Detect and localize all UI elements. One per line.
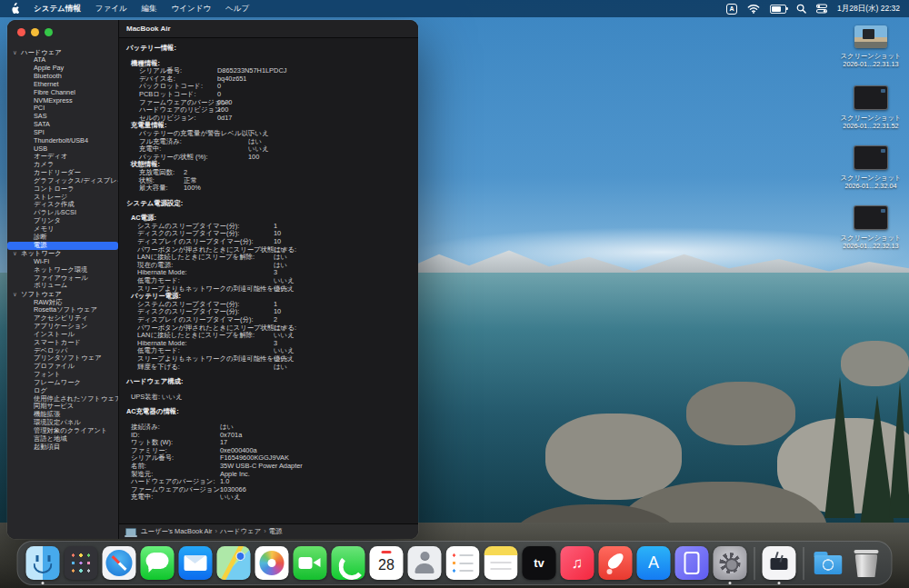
menu-edit[interactable]: 編集	[142, 4, 157, 15]
breadcrumb-segment[interactable]: 電源	[269, 527, 283, 535]
photos-icon	[255, 546, 289, 580]
sidebar-section-header[interactable]: ∨ネットワーク	[7, 250, 118, 258]
system-information-window: ∨ハードウェアATAApple PayBluetoothEthernetFibr…	[7, 20, 418, 539]
dock-icon-sysinfo[interactable]	[763, 546, 796, 580]
info-value: いいえ	[220, 493, 241, 502]
sidebar-item--[interactable]: 起動項目	[7, 443, 118, 452]
sidebar-item--[interactable]: プリンタ	[7, 217, 118, 225]
window-title: MacBook Air	[126, 25, 171, 33]
dock-icon-appstore[interactable]: A	[637, 546, 671, 580]
sidebar-section-header[interactable]: ∨ハードウェア	[7, 48, 118, 56]
info-value: 100	[248, 154, 259, 162]
battery-icon[interactable]	[770, 5, 786, 14]
sidebar-item--[interactable]: フレームワーク	[7, 379, 118, 387]
menu-app-name[interactable]: システム情報	[34, 4, 81, 15]
desktop-icon-label: スクリーンショット	[834, 114, 907, 122]
sidebar-item--[interactable]: 言語と地域	[7, 435, 118, 443]
sidebar-item-sata[interactable]: SATA	[7, 121, 118, 129]
chevron-down-icon: ∨	[13, 291, 18, 298]
wallpaper-rock	[545, 414, 682, 500]
sidebar-item--[interactable]: プロファイル	[7, 363, 118, 371]
window-controls	[7, 20, 118, 45]
safari-icon	[103, 546, 136, 580]
screenshot-thumbnail	[854, 205, 888, 230]
sidebar-item-thunderbolt-usb4[interactable]: Thunderbolt/USB4	[7, 137, 118, 145]
screenshot-thumbnail	[854, 145, 888, 170]
sidebar-item--[interactable]: 診断	[7, 234, 118, 242]
facetime-icon	[294, 546, 327, 580]
messages-icon	[141, 546, 175, 580]
sidebar-category-list: ∨ハードウェアATAApple PayBluetoothEthernetFibr…	[7, 45, 118, 452]
sidebar-item--[interactable]: 同期サービス	[7, 403, 118, 411]
dock-icon-launchpad[interactable]	[65, 546, 98, 580]
dock-icon-mail[interactable]	[179, 546, 213, 580]
dock-icon-downloads[interactable]	[812, 546, 845, 580]
desktop-icon-screenshot[interactable]: スクリーンショット2026-01...22.32.13	[834, 205, 907, 265]
window-title-bar[interactable]: MacBook Air	[119, 20, 418, 38]
sidebar-item-apple-pay[interactable]: Apple Pay	[7, 65, 118, 73]
dock-icon-facetime[interactable]	[294, 546, 327, 580]
dock-icon-finder[interactable]	[26, 546, 60, 580]
input-source-icon[interactable]: A	[726, 4, 737, 15]
dock-icon-calendar[interactable]: 28	[370, 546, 404, 580]
dock-icon-trash[interactable]	[850, 546, 884, 580]
info-row: ファームウェアのバージョン:1030066	[126, 486, 413, 494]
desktop-icon-screenshot[interactable]: スクリーンショット2026-01...22.31.52	[834, 85, 907, 145]
dock-icon-notes[interactable]	[484, 546, 518, 580]
menu-help[interactable]: ヘルプ	[225, 4, 249, 15]
dock-icon-iphone-mirroring[interactable]	[675, 546, 709, 580]
dock-icon-messages[interactable]	[141, 546, 175, 580]
apple-menu-icon[interactable]	[9, 3, 19, 15]
dock-icon-reminders[interactable]	[446, 546, 480, 580]
dock-icon-music[interactable]: ♫	[561, 546, 594, 580]
breadcrumb: ユーザー's MacBook Air›ハードウェア›電源	[141, 527, 283, 536]
dock-icon-tv[interactable]: tv	[523, 546, 556, 580]
sidebar-item--[interactable]: オーディオ	[7, 153, 118, 161]
sidebar-item-sas[interactable]: SAS	[7, 113, 118, 121]
breadcrumb-segment[interactable]: ハードウェア	[220, 527, 261, 535]
sidebar-item-nvmexpress[interactable]: NVMExpress	[7, 97, 118, 105]
close-button[interactable]	[17, 28, 25, 36]
sidebar: ∨ハードウェアATAApple PayBluetoothEthernetFibr…	[7, 20, 119, 539]
control-center-icon[interactable]	[816, 4, 827, 14]
dock: 28tv♫A	[17, 541, 893, 585]
zoom-button[interactable]	[45, 28, 53, 36]
wifi-icon[interactable]	[747, 4, 760, 14]
menu-window[interactable]: ウインドウ	[172, 4, 212, 15]
info-value: 0d17	[217, 115, 232, 123]
menu-bar-clock[interactable]: 1月28日(水) 22:32	[837, 4, 900, 15]
info-row: 充電中:いいえ	[126, 493, 413, 502]
dock-icon-settings[interactable]	[714, 546, 747, 580]
dock-icon-rocket[interactable]	[599, 546, 633, 580]
sidebar-item-bluetooth[interactable]: Bluetooth	[7, 73, 118, 81]
breadcrumb-segment[interactable]: ユーザー's MacBook Air	[141, 527, 213, 535]
info-label: 最大容量:	[139, 184, 184, 193]
dock-icon-phone[interactable]	[332, 546, 365, 580]
sidebar-item-pci[interactable]: PCI	[7, 105, 118, 113]
minimize-button[interactable]	[31, 28, 39, 36]
maps-icon	[217, 546, 251, 580]
sidebar-item--[interactable]: メモリ	[7, 225, 118, 234]
section-heading: ハードウェア構成:	[126, 378, 413, 386]
dock-icon-safari[interactable]	[103, 546, 136, 580]
section-heading: システム電源設定:	[126, 200, 413, 208]
info-group: シリアル番号:D865233N57H1LPDCJデバイス名:bq40z651パッ…	[126, 67, 413, 122]
desktop-icons: スクリーンショット2026-01...22.31.13スクリーンショット2026…	[834, 25, 907, 265]
info-label: 接続済み:	[131, 424, 220, 432]
desktop-icon-label: 2026-01...2.32.04	[834, 182, 907, 190]
info-row: 輝度を下げる:はい	[126, 364, 413, 372]
section-heading: バッテリー情報:	[126, 45, 413, 53]
info-row: 名前:35W USB-C Power Adapter	[126, 463, 413, 471]
dock-icon-photos[interactable]	[255, 546, 289, 580]
desktop-icon-screenshot[interactable]: スクリーンショット2026-01...22.31.13	[834, 25, 907, 85]
dock-icon-contacts[interactable]	[408, 546, 442, 580]
sidebar-section-header[interactable]: ∨ソフトウェア	[7, 290, 118, 298]
desktop-icon-screenshot[interactable]: スクリーンショット2026-01...2.32.04	[834, 145, 907, 205]
sidebar-item--scsi[interactable]: パラレルSCSI	[7, 209, 118, 217]
dock-icon-maps[interactable]	[217, 546, 251, 580]
info-row: 状態:正常	[126, 177, 413, 185]
running-indicator	[778, 582, 781, 584]
menu-file[interactable]: ファイル	[95, 4, 127, 15]
search-icon[interactable]	[796, 4, 806, 14]
info-group: 接続済み:はいID:0x701aワット数 (W):17ファミリー:0xe0004…	[126, 424, 413, 502]
